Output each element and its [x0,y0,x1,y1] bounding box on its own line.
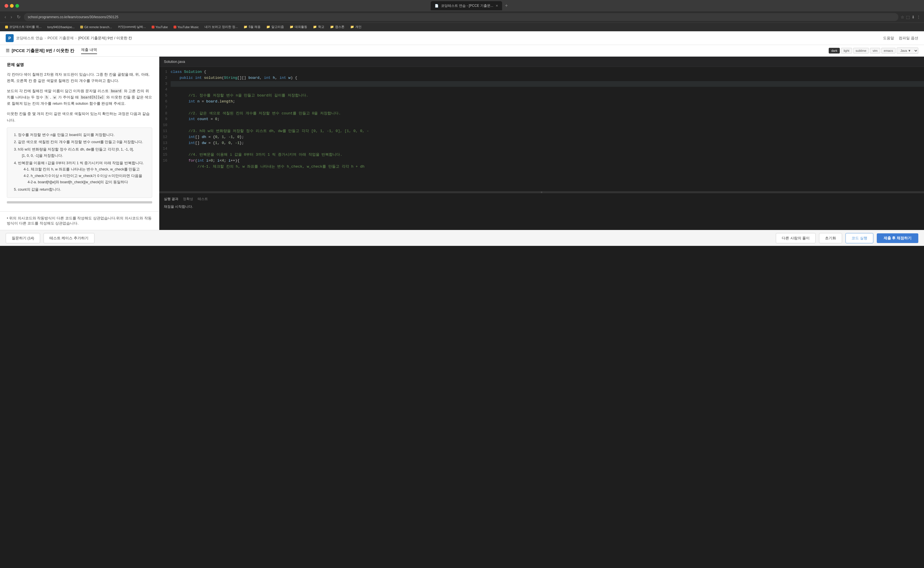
title-bar: 📄 코딩테스트 연습 - [PCCE 기출문... ✕ + [0,0,924,11]
tab-close-button[interactable]: ✕ [496,4,498,8]
bookmark-label: 개인 [355,25,362,29]
line-numbers: 12345678910111213141516 [159,67,171,191]
nav-bar: ‹ › ↻ ☆ ⬚ ⬇ ⋮ [0,11,924,23]
inline-code: board[h][w] [80,95,105,100]
bookmarks-bar: 코딩테스트 대비를 위... tony9402/baekjoo... Git r… [0,23,924,31]
browser-chrome: 📄 코딩테스트 연습 - [PCCE 기출문... ✕ + ‹ › ↻ ☆ ⬚ … [0,0,924,31]
scroll-indicator [7,201,152,204]
bookmark-favicon [173,26,176,29]
folder-icon: 📁 [289,25,294,29]
bookmark-item[interactable]: 내가 보려고 정리한 정... [203,24,240,30]
bookmark-item[interactable]: 코딩테스트 대비를 위... [3,24,43,30]
theme-dark-button[interactable]: dark [829,48,840,53]
browser-tab[interactable]: 📄 코딩테스트 연습 - [PCCE 기출문... ✕ [431,1,502,10]
language-selector[interactable]: Java ▼ [897,48,918,54]
breadcrumb-current: [PCCE 기출문제] 9번 / 이웃한 칸 [78,36,132,41]
bookmark-favicon [5,26,8,29]
bookmark-item[interactable]: YouTube [150,25,170,29]
url-input[interactable] [24,13,898,21]
bookmark-item[interactable]: Git remote branch... [78,25,113,29]
problem-section: 문제 설명 각 칸마다 색이 칠해진 2차원 격자 보드판이 있습니다. 그중 … [0,57,159,211]
bookmark-label: 캡스톤 [335,25,345,29]
bottom-note: • 위의 의사코드와 작동방식이 다른 코드를 작성해도 상관없습니다.위의 의… [0,211,159,230]
bookmark-item[interactable]: 📁 대외활동 [288,24,309,30]
inline-code: h [44,95,49,100]
reload-button[interactable]: ↻ [16,13,22,21]
screenshot-icon[interactable]: ⬚ [906,15,910,20]
results-tabs: 실행 결과 정확성 테스트 [164,196,919,201]
results-tab-test[interactable]: 테스트 [198,196,208,201]
app-logo: P [6,34,14,42]
forward-button[interactable]: › [9,14,13,21]
bookmark-label: YouTube [155,25,168,29]
breadcrumb-item[interactable]: PCCE 기출문제 [48,36,74,41]
theme-emacs-button[interactable]: emacs [881,48,895,53]
new-tab-button[interactable]: + [503,3,510,9]
problem-title-text: [PCCE 기출문제] 9번 / 이웃한 칸 [12,48,74,53]
bookmark-favicon [80,26,83,29]
tab-submission-history[interactable]: 제출 내역 [81,47,97,54]
pseudocode-box: 정수를 저장할 변수 n을 만들고 board의 길이를 저장합니다. 같은 색… [7,127,152,198]
section-title: 문제 설명 [7,62,152,68]
submit-button[interactable]: 제출 후 채점하기 [877,233,918,243]
bookmark-item[interactable]: 📁 캡스톤 [328,24,346,30]
app-header: P 코딩테스트 연습 › PCCE 기출문제 › [PCCE 기출문제] 9번 … [0,31,924,45]
breadcrumb-separator: › [75,36,77,40]
traffic-lights [5,4,19,8]
bookmark-item[interactable]: 📁 알고리즘 [265,24,286,30]
bookmark-item[interactable]: tony9402/baekjoo... [45,25,76,29]
other-solutions-button[interactable]: 다른 사람의 풀이 [776,233,815,243]
bookmark-label: 알고리즘 [271,25,284,29]
pseudocode-item: 정수를 저장할 변수 n을 만들고 board의 길이를 저장합니다. [18,132,147,138]
bookmark-item[interactable]: 📁 개인 [348,24,363,30]
breadcrumb-item[interactable]: 코딩테스트 연습 [16,36,43,41]
bookmark-item[interactable]: YouTube Music [172,25,200,29]
run-code-button[interactable]: 코드 실행 [846,233,873,243]
add-testcase-button[interactable]: 테스트 케이스 추가하기 [44,233,95,243]
close-button[interactable] [5,4,8,8]
inline-code: w [52,95,57,100]
problem-title: ☰ [PCCE 기출문제] 9번 / 이웃한 칸 [6,48,74,53]
pseudocode-item: 같은 색으로 색칠된 칸의 개수를 저장할 변수 count를 만들고 0을 저… [18,139,147,145]
back-button[interactable]: ‹ [3,14,7,21]
maximize-button[interactable] [15,4,19,8]
theme-vim-button[interactable]: vim [870,48,880,53]
pseudocode-item: count의 값을 return합니다. [18,186,147,193]
problem-description-3: 이웃한 칸들 중 몇 개의 칸이 같은 색으로 색칠되어 있는지 확인하는 과정… [7,111,152,123]
results-status: 채점을 시작합니다. [164,204,919,209]
theme-sublime-button[interactable]: sublime [853,48,869,53]
bookmark-item[interactable]: 📁 5월 채용 [242,24,262,30]
reset-button[interactable]: 초기화 [819,233,842,243]
results-tab-accuracy[interactable]: 정확성 [183,196,193,201]
bookmark-item[interactable]: 커밋(commit) 날짜... [116,24,148,30]
bookmark-label: 학교 [318,25,324,29]
results-label: 실행 결과 [164,196,178,201]
minimize-button[interactable] [10,4,14,8]
compile-options-link[interactable]: 컴파일 옵션 [899,36,918,41]
bottom-bar: 질문하기 (14) 테스트 케이스 추가하기 다른 사람의 풀이 초기화 코드 … [0,230,924,246]
ask-question-button[interactable]: 질문하기 (14) [6,233,40,243]
header-actions: 도움말 컴파일 옵션 [883,36,918,41]
code-content[interactable]: class Solution { public int solution(Str… [171,67,924,191]
note-text: • 위의 의사코드와 작동방식이 다른 코드를 작성해도 상관없습니다.위의 의… [7,216,152,226]
download-icon[interactable]: ⬇ [912,15,915,20]
bookmark-label: tony9402/baekjoo... [47,25,75,29]
breadcrumb: 코딩테스트 연습 › PCCE 기출문제 › [PCCE 기출문제] 9번 / … [16,36,132,41]
code-pre: class Solution { public int solution(Str… [171,69,924,170]
tab-title: 코딩테스트 연습 - [PCCE 기출문... [441,3,493,8]
folder-icon: 📁 [330,25,334,29]
tab-favicon: 📄 [435,4,439,8]
editor-body: 12345678910111213141516 class Solution {… [159,67,924,230]
bookmark-star[interactable]: ☆ [901,15,904,20]
bookmark-item[interactable]: 📁 학교 [311,24,326,30]
theme-buttons: dark light sublime vim emacs Java ▼ [829,48,918,54]
menu-icon[interactable]: ⋮ [916,15,921,20]
help-link[interactable]: 도움말 [883,36,894,41]
theme-light-button[interactable]: light [841,48,852,53]
pseudocode-item: 반복문을 이용해 i 값을 0부터 3까지 1 씩 증가시키며 아래 작업을 반… [18,160,147,186]
problem-description-1: 각 칸마다 색이 칠해진 2차원 격자 보드판이 있습니다. 그중 한 칸을 골… [7,71,152,84]
pseudocode-indent: 4-1. 체크할 칸의 h, w 좌표를 나타내는 변수 h_check, w_… [18,166,147,186]
code-area[interactable]: 12345678910111213141516 class Solution {… [159,67,924,191]
problem-title-bar: ☰ [PCCE 기출문제] 9번 / 이웃한 칸 제출 내역 dark ligh… [0,45,924,57]
pseudocode-item: h와 w의 변화량을 저장할 정수 리스트 dh, dw를 만들고 각각 [0,… [18,146,147,159]
